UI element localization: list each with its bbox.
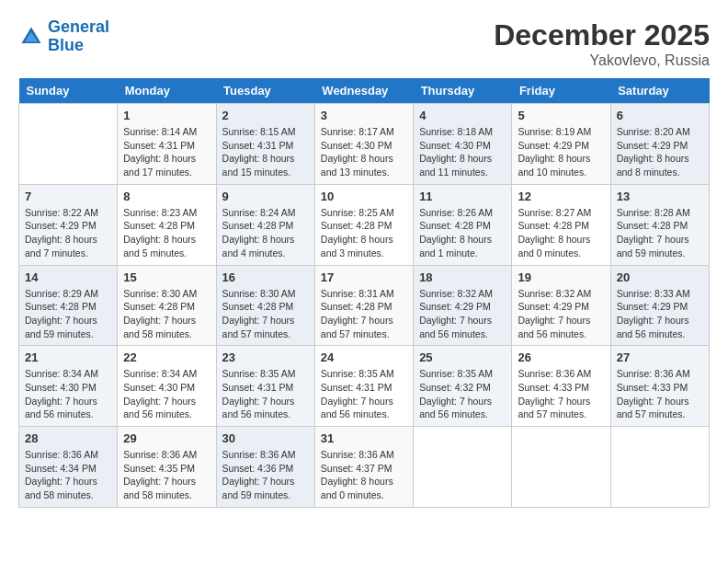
weekday-header-sunday: Sunday xyxy=(19,78,118,104)
day-info: Sunrise: 8:34 AMSunset: 4:30 PMDaylight:… xyxy=(25,367,111,421)
day-number: 18 xyxy=(419,270,506,284)
day-number: 14 xyxy=(25,270,111,284)
day-info: Sunrise: 8:36 AMSunset: 4:33 PMDaylight:… xyxy=(617,367,703,421)
day-info: Sunrise: 8:14 AMSunset: 4:31 PMDaylight:… xyxy=(123,125,210,179)
calendar-cell: 9Sunrise: 8:24 AMSunset: 4:28 PMDaylight… xyxy=(216,184,314,265)
day-info: Sunrise: 8:33 AMSunset: 4:29 PMDaylight:… xyxy=(617,287,703,341)
calendar-cell: 25Sunrise: 8:35 AMSunset: 4:32 PMDayligh… xyxy=(414,346,512,427)
calendar-week-5: 28Sunrise: 8:36 AMSunset: 4:34 PMDayligh… xyxy=(19,427,710,508)
day-info: Sunrise: 8:32 AMSunset: 4:29 PMDaylight:… xyxy=(518,287,604,341)
calendar-cell: 17Sunrise: 8:31 AMSunset: 4:28 PMDayligh… xyxy=(314,265,413,346)
day-info: Sunrise: 8:25 AMSunset: 4:28 PMDaylight:… xyxy=(321,206,407,260)
calendar-cell: 18Sunrise: 8:32 AMSunset: 4:29 PMDayligh… xyxy=(414,265,512,346)
calendar-cell: 20Sunrise: 8:33 AMSunset: 4:29 PMDayligh… xyxy=(610,265,709,346)
calendar-cell: 29Sunrise: 8:36 AMSunset: 4:35 PMDayligh… xyxy=(118,427,216,508)
day-number: 7 xyxy=(25,190,111,203)
title-block: December 2025 Yakovlevo, Russia xyxy=(494,18,710,69)
day-info: Sunrise: 8:15 AMSunset: 4:31 PMDaylight:… xyxy=(222,125,309,179)
day-number: 17 xyxy=(321,270,407,284)
day-info: Sunrise: 8:36 AMSunset: 4:37 PMDaylight:… xyxy=(321,448,407,502)
day-number: 8 xyxy=(123,190,210,203)
calendar-cell: 24Sunrise: 8:35 AMSunset: 4:31 PMDayligh… xyxy=(314,346,413,427)
day-number: 10 xyxy=(321,190,407,203)
day-info: Sunrise: 8:36 AMSunset: 4:35 PMDaylight:… xyxy=(123,448,210,502)
day-number: 3 xyxy=(321,109,407,122)
weekday-header-tuesday: Tuesday xyxy=(216,78,314,104)
calendar-cell: 4Sunrise: 8:18 AMSunset: 4:30 PMDaylight… xyxy=(414,104,512,185)
calendar-cell: 7Sunrise: 8:22 AMSunset: 4:29 PMDaylight… xyxy=(19,184,118,265)
day-info: Sunrise: 8:36 AMSunset: 4:33 PMDaylight:… xyxy=(518,367,604,421)
day-number: 23 xyxy=(222,350,309,364)
calendar-cell xyxy=(19,104,118,185)
weekday-header-friday: Friday xyxy=(512,78,610,104)
calendar-cell: 1Sunrise: 8:14 AMSunset: 4:31 PMDaylight… xyxy=(118,104,216,185)
calendar-cell: 14Sunrise: 8:29 AMSunset: 4:28 PMDayligh… xyxy=(19,265,118,346)
calendar-header-row: SundayMondayTuesdayWednesdayThursdayFrid… xyxy=(19,78,710,104)
day-number: 29 xyxy=(123,431,210,445)
day-info: Sunrise: 8:28 AMSunset: 4:28 PMDaylight:… xyxy=(617,206,703,260)
calendar-cell: 13Sunrise: 8:28 AMSunset: 4:28 PMDayligh… xyxy=(610,184,709,265)
logo-text: General Blue xyxy=(48,18,109,55)
day-number: 19 xyxy=(518,270,604,284)
day-number: 12 xyxy=(518,190,604,203)
calendar-week-1: 1Sunrise: 8:14 AMSunset: 4:31 PMDaylight… xyxy=(19,104,710,185)
day-info: Sunrise: 8:35 AMSunset: 4:31 PMDaylight:… xyxy=(321,367,407,421)
calendar-cell: 10Sunrise: 8:25 AMSunset: 4:28 PMDayligh… xyxy=(314,184,413,265)
day-number: 13 xyxy=(617,190,703,203)
day-info: Sunrise: 8:35 AMSunset: 4:32 PMDaylight:… xyxy=(419,367,506,421)
calendar-cell: 15Sunrise: 8:30 AMSunset: 4:28 PMDayligh… xyxy=(118,265,216,346)
logo-line1: General xyxy=(48,17,109,36)
day-info: Sunrise: 8:18 AMSunset: 4:30 PMDaylight:… xyxy=(419,125,506,179)
calendar-cell: 11Sunrise: 8:26 AMSunset: 4:28 PMDayligh… xyxy=(414,184,512,265)
calendar-cell: 6Sunrise: 8:20 AMSunset: 4:29 PMDaylight… xyxy=(610,104,709,185)
day-number: 11 xyxy=(419,190,506,203)
page-header: General Blue December 2025 Yakovlevo, Ru… xyxy=(18,18,710,69)
logo-line2: Blue xyxy=(48,36,84,54)
calendar-cell: 16Sunrise: 8:30 AMSunset: 4:28 PMDayligh… xyxy=(216,265,314,346)
weekday-header-wednesday: Wednesday xyxy=(314,78,413,104)
calendar-cell: 3Sunrise: 8:17 AMSunset: 4:30 PMDaylight… xyxy=(314,104,413,185)
calendar-cell: 12Sunrise: 8:27 AMSunset: 4:28 PMDayligh… xyxy=(512,184,610,265)
calendar-cell: 28Sunrise: 8:36 AMSunset: 4:34 PMDayligh… xyxy=(19,427,118,508)
logo-icon xyxy=(18,24,44,50)
logo: General Blue xyxy=(18,18,109,55)
day-number: 28 xyxy=(25,431,111,445)
calendar-table: SundayMondayTuesdayWednesdayThursdayFrid… xyxy=(18,78,710,508)
calendar-cell: 2Sunrise: 8:15 AMSunset: 4:31 PMDaylight… xyxy=(216,104,314,185)
day-info: Sunrise: 8:36 AMSunset: 4:34 PMDaylight:… xyxy=(25,448,111,502)
weekday-header-thursday: Thursday xyxy=(414,78,512,104)
calendar-cell xyxy=(610,427,709,508)
day-number: 24 xyxy=(321,350,407,364)
day-number: 4 xyxy=(419,109,506,122)
day-number: 25 xyxy=(419,350,506,364)
weekday-header-saturday: Saturday xyxy=(610,78,709,104)
day-number: 6 xyxy=(617,109,703,122)
calendar-cell: 5Sunrise: 8:19 AMSunset: 4:29 PMDaylight… xyxy=(512,104,610,185)
day-number: 9 xyxy=(222,190,309,203)
calendar-cell: 22Sunrise: 8:34 AMSunset: 4:30 PMDayligh… xyxy=(118,346,216,427)
day-info: Sunrise: 8:26 AMSunset: 4:28 PMDaylight:… xyxy=(419,206,506,260)
day-info: Sunrise: 8:19 AMSunset: 4:29 PMDaylight:… xyxy=(518,125,604,179)
day-number: 21 xyxy=(25,350,111,364)
day-info: Sunrise: 8:30 AMSunset: 4:28 PMDaylight:… xyxy=(222,287,309,341)
day-info: Sunrise: 8:20 AMSunset: 4:29 PMDaylight:… xyxy=(617,125,703,179)
day-info: Sunrise: 8:31 AMSunset: 4:28 PMDaylight:… xyxy=(321,287,407,341)
day-number: 15 xyxy=(123,270,210,284)
day-info: Sunrise: 8:30 AMSunset: 4:28 PMDaylight:… xyxy=(123,287,210,341)
calendar-cell: 19Sunrise: 8:32 AMSunset: 4:29 PMDayligh… xyxy=(512,265,610,346)
calendar-cell xyxy=(414,427,512,508)
day-number: 31 xyxy=(321,431,407,445)
day-number: 20 xyxy=(617,270,703,284)
calendar-body: 1Sunrise: 8:14 AMSunset: 4:31 PMDaylight… xyxy=(19,104,710,508)
day-info: Sunrise: 8:32 AMSunset: 4:29 PMDaylight:… xyxy=(419,287,506,341)
calendar-cell: 26Sunrise: 8:36 AMSunset: 4:33 PMDayligh… xyxy=(512,346,610,427)
weekday-header-monday: Monday xyxy=(118,78,216,104)
calendar-cell: 8Sunrise: 8:23 AMSunset: 4:28 PMDaylight… xyxy=(118,184,216,265)
day-number: 5 xyxy=(518,109,604,122)
calendar-cell xyxy=(512,427,610,508)
calendar-cell: 31Sunrise: 8:36 AMSunset: 4:37 PMDayligh… xyxy=(314,427,413,508)
day-number: 1 xyxy=(123,109,210,122)
day-info: Sunrise: 8:29 AMSunset: 4:28 PMDaylight:… xyxy=(25,287,111,341)
day-info: Sunrise: 8:23 AMSunset: 4:28 PMDaylight:… xyxy=(123,206,210,260)
day-info: Sunrise: 8:36 AMSunset: 4:36 PMDaylight:… xyxy=(222,448,309,502)
